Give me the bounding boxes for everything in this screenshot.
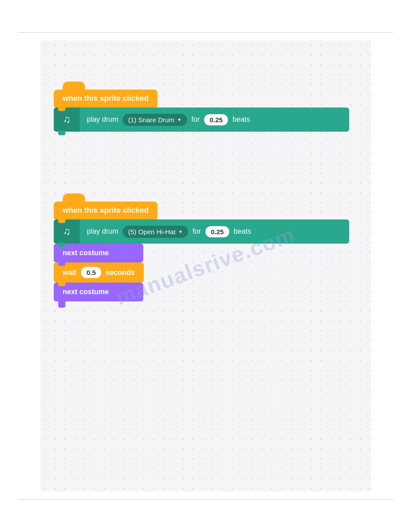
play-drum-content-2: play drum (5) Open Hi-Hat ▼ for 0.25 bea… bbox=[80, 226, 349, 238]
next-costume-block-2[interactable]: next costume bbox=[54, 283, 143, 301]
wait-block[interactable]: wait 0.5 seconds bbox=[54, 262, 144, 283]
play-drum-block-2[interactable]: ♫ play drum (5) Open Hi-Hat ▼ for 0.25 b… bbox=[54, 219, 349, 244]
beats-label-1: beats bbox=[232, 116, 250, 124]
drum-selector-2[interactable]: (5) Open Hi-Hat ▼ bbox=[123, 226, 188, 238]
seconds-label: seconds bbox=[106, 269, 135, 277]
next-costume-2-label: next costume bbox=[63, 288, 109, 296]
drum-selector-1[interactable]: (1) Snare Drum ▼ bbox=[123, 114, 187, 126]
drum-selector-1-label: (1) Snare Drum bbox=[128, 116, 174, 124]
bottom-divider bbox=[18, 499, 393, 500]
hat-block-2-label: when this sprite clicked bbox=[63, 206, 149, 215]
wait-label: wait bbox=[63, 269, 77, 277]
hat-block-1[interactable]: when this sprite clicked bbox=[54, 90, 158, 107]
next-costume-1-label: next costume bbox=[63, 249, 109, 257]
hat-block-2[interactable]: when this sprite clicked bbox=[54, 202, 158, 219]
play-drum-label-1: play drum bbox=[87, 116, 118, 124]
music-note-icon-2: ♫ bbox=[63, 227, 71, 236]
music-icon-area-2: ♫ bbox=[54, 219, 80, 244]
drum-selector-2-label: (5) Open Hi-Hat bbox=[128, 228, 176, 236]
drum-dropdown-arrow-2: ▼ bbox=[178, 229, 183, 234]
wait-value[interactable]: 0.5 bbox=[81, 267, 101, 278]
drum-dropdown-arrow-1: ▼ bbox=[177, 117, 182, 122]
play-drum-block-1[interactable]: ♫ play drum (1) Snare Drum ▼ for 0.25 be… bbox=[54, 107, 349, 132]
stack-2: when this sprite clicked ♫ play drum (5)… bbox=[54, 202, 349, 301]
stack-1: when this sprite clicked ♫ play drum (1)… bbox=[54, 90, 349, 132]
top-divider bbox=[18, 32, 393, 33]
beats-value-1[interactable]: 0.25 bbox=[204, 114, 228, 125]
play-drum-label-2: play drum bbox=[87, 227, 118, 236]
music-note-icon-1: ♫ bbox=[63, 115, 71, 124]
music-icon-area-1: ♫ bbox=[54, 107, 80, 132]
canvas-area: manualsrive.com when this sprite clicked… bbox=[40, 40, 371, 492]
beats-label-2: beats bbox=[234, 227, 251, 236]
play-drum-content-1: play drum (1) Snare Drum ▼ for 0.25 beat… bbox=[80, 114, 349, 126]
next-costume-block-1[interactable]: next costume bbox=[54, 244, 143, 262]
for-label-1: for bbox=[192, 116, 200, 124]
hat-block-1-label: when this sprite clicked bbox=[63, 94, 149, 103]
beats-value-2[interactable]: 0.25 bbox=[206, 226, 229, 237]
for-label-2: for bbox=[193, 227, 201, 236]
